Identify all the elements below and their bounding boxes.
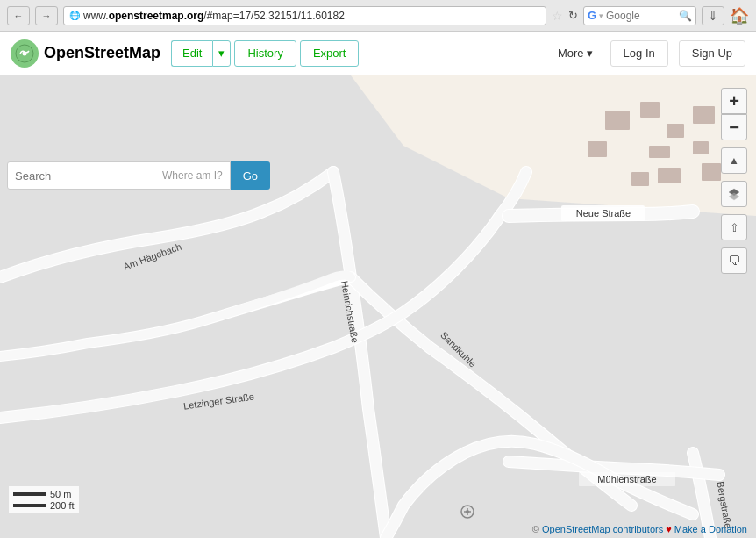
scale-rule-feet: [13, 504, 46, 507]
search-input-wrap: Where am I?: [7, 161, 231, 190]
osm-logo-text: OpenStreetMap: [44, 44, 160, 62]
svg-text:Neue Straße: Neue Straße: [576, 208, 631, 219]
svg-rect-10: [649, 146, 670, 158]
donate-link[interactable]: Make a Donation: [674, 524, 747, 534]
svg-rect-9: [588, 141, 607, 157]
compass-button[interactable]: ▲: [721, 147, 747, 174]
osm-logo[interactable]: OpenStreetMap: [11, 39, 160, 68]
login-button[interactable]: Log In: [610, 40, 668, 67]
google-search-input[interactable]: [606, 10, 676, 22]
map-attribution: © OpenStreetMap contributors ♥ Make a Do…: [532, 524, 747, 534]
svg-rect-7: [693, 106, 715, 124]
scale-rule-meters: [13, 492, 46, 496]
map-controls: + − ▲ ⇧ 🗨: [721, 88, 747, 274]
svg-point-1: [23, 51, 27, 55]
svg-rect-13: [702, 163, 721, 181]
refresh-icon[interactable]: ↻: [568, 9, 578, 22]
heart-symbol: ♥: [666, 524, 672, 534]
share-button[interactable]: ⇧: [721, 214, 747, 240]
go-button[interactable]: Go: [231, 161, 270, 190]
back-button[interactable]: ←: [7, 6, 30, 25]
google-dropdown-icon: ▾: [599, 11, 603, 20]
google-search-icon[interactable]: 🔍: [679, 10, 692, 22]
svg-rect-8: [693, 141, 709, 154]
edit-btn-group: Edit ▾: [171, 40, 231, 67]
scale-meters: 50 m: [13, 489, 75, 499]
svg-rect-11: [631, 172, 649, 186]
scale-bar: 50 m 200 ft: [9, 486, 79, 513]
google-search-box[interactable]: G ▾ 🔍: [583, 6, 696, 25]
export-button[interactable]: Export: [300, 40, 360, 67]
svg-rect-5: [640, 102, 660, 118]
more-button[interactable]: More ▾: [551, 43, 600, 63]
svg-rect-12: [658, 168, 681, 183]
search-bar: Where am I? Go: [7, 161, 270, 190]
security-icon: 🌐: [69, 11, 80, 20]
copyright-symbol: ©: [532, 524, 539, 534]
home-button[interactable]: 🏠: [730, 6, 749, 25]
osm-header: OpenStreetMap Edit ▾ History Export More…: [0, 32, 756, 75]
where-am-i-link[interactable]: Where am I?: [162, 169, 223, 182]
map-container[interactable]: Neue Straße Am Hägebach Heinrichstraße S…: [0, 75, 756, 538]
svg-marker-26: [729, 193, 739, 200]
osm-attribution-link[interactable]: OpenStreetMap contributors: [542, 524, 663, 534]
forward-button[interactable]: →: [35, 6, 58, 25]
scale-feet-label: 200 ft: [50, 500, 75, 511]
map-svg: Neue Straße Am Hägebach Heinrichstraße S…: [0, 75, 756, 538]
svg-point-24: [466, 510, 469, 513]
note-button[interactable]: 🗨: [721, 247, 747, 274]
signup-button[interactable]: Sign Up: [679, 40, 745, 67]
scale-meters-label: 50 m: [50, 489, 71, 499]
browser-bar: ← → 🌐 www.openstreetmap.org/#map=17/52.3…: [0, 0, 756, 32]
zoom-control-group: + −: [721, 88, 747, 140]
bookmark-icon[interactable]: ☆: [552, 9, 563, 23]
svg-rect-4: [605, 111, 630, 130]
edit-dropdown-button[interactable]: ▾: [212, 40, 231, 67]
edit-button[interactable]: Edit: [171, 40, 212, 67]
osm-nav: Edit ▾ History Export: [171, 40, 359, 67]
google-logo: G: [588, 9, 596, 22]
url-text: www.openstreetmap.org/#map=17/52.32151/1…: [83, 10, 345, 22]
scale-feet: 200 ft: [13, 500, 75, 511]
scale-line: 50 m 200 ft: [13, 489, 75, 511]
download-button[interactable]: ⇓: [702, 6, 724, 25]
zoom-in-button[interactable]: +: [721, 88, 747, 114]
address-bar[interactable]: 🌐 www.openstreetmap.org/#map=17/52.32151…: [63, 6, 546, 25]
osm-logo-icon: [11, 39, 39, 68]
zoom-out-button[interactable]: −: [721, 114, 747, 140]
search-input[interactable]: [15, 169, 155, 183]
svg-text:Mühlenstraße: Mühlenstraße: [597, 474, 656, 484]
more-dropdown-icon: ▾: [587, 47, 593, 60]
svg-rect-6: [667, 124, 684, 138]
more-label: More: [558, 47, 584, 60]
layers-button[interactable]: [721, 181, 747, 207]
history-button[interactable]: History: [234, 40, 296, 67]
